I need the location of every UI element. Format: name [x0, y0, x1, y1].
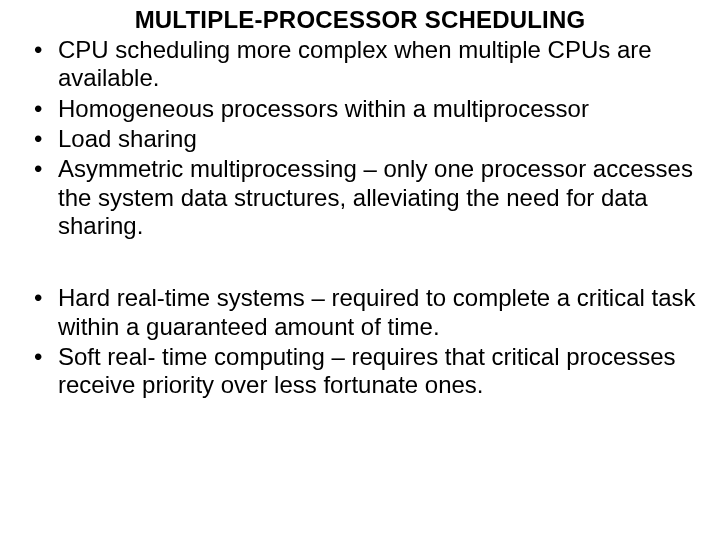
list-item: Homogeneous processors within a multipro… — [58, 95, 700, 123]
list-item: CPU scheduling more complex when multipl… — [58, 36, 700, 93]
list-item: Hard real-time systems – required to com… — [58, 284, 700, 341]
list-item: Asymmetric multiprocessing – only one pr… — [58, 155, 700, 240]
spacer — [20, 242, 700, 284]
bullet-list-1: CPU scheduling more complex when multipl… — [20, 36, 700, 240]
list-item: Load sharing — [58, 125, 700, 153]
bullet-list-2: Hard real-time systems – required to com… — [20, 284, 700, 399]
list-item: Soft real- time computing – requires tha… — [58, 343, 700, 400]
slide: MULTIPLE-PROCESSOR SCHEDULING CPU schedu… — [0, 0, 720, 540]
slide-title: MULTIPLE-PROCESSOR SCHEDULING — [20, 6, 700, 34]
